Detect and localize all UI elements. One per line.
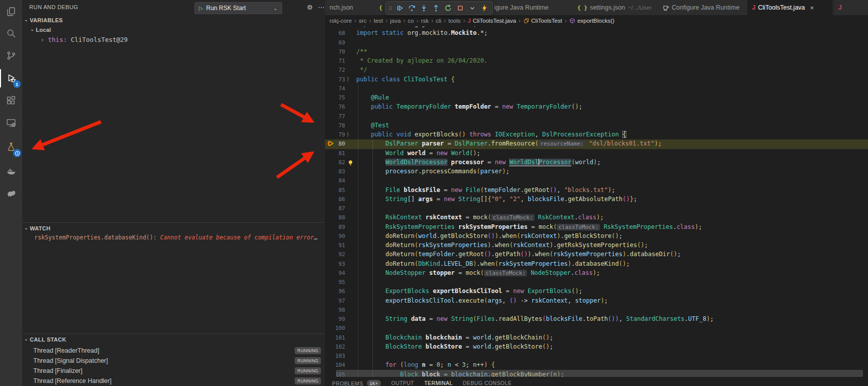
code-line-73[interactable]: 73)public class CliToolsTest { xyxy=(325,75,868,84)
breadcrumb-rsk[interactable]: rsk xyxy=(421,18,428,24)
code-line-87[interactable]: 87 xyxy=(325,204,868,213)
activity-gradle-icon[interactable] xyxy=(0,185,22,201)
line-number[interactable]: 97 xyxy=(332,298,345,304)
code-editor[interactable]: 67import static org.junit.Assert.*;68imp… xyxy=(325,26,868,377)
activity-source-control-icon[interactable] xyxy=(0,48,22,63)
code-line-102[interactable]: 102 BlockStore blockStore = world.getBlo… xyxy=(325,343,868,352)
line-number[interactable]: 91 xyxy=(332,242,345,249)
activity-search-icon[interactable] xyxy=(0,26,22,41)
line-number[interactable]: 85 xyxy=(332,187,345,194)
editor-tab-clitoolstest-java[interactable]: JCliToolsTest.java× xyxy=(747,0,832,15)
line-number[interactable]: 79 xyxy=(332,131,345,138)
editor-tab-settings-json[interactable]: { }settings.json~/.../User xyxy=(573,0,658,15)
line-number[interactable]: 96 xyxy=(332,288,345,295)
ellipsis-icon[interactable]: ⋯ xyxy=(318,4,324,11)
call-stack-thread-row[interactable]: Thread [Signal Dispatcher]RUNNING xyxy=(22,356,325,366)
line-number[interactable]: 104 xyxy=(332,362,345,368)
activity-extensions-icon[interactable] xyxy=(0,93,22,108)
panel-tab-problems[interactable]: PROBLEMS1K+ xyxy=(332,380,381,386)
line-number[interactable]: 94 xyxy=(332,270,345,276)
code-line-81[interactable]: 81 World world = new World(); xyxy=(325,149,868,158)
lightbulb-icon[interactable] xyxy=(347,159,354,166)
activity-remote-explorer-icon[interactable] xyxy=(0,115,22,130)
line-number[interactable]: 88 xyxy=(332,214,345,221)
code-line-94[interactable]: 94 NodeStopper stopper = mock(classToMoc… xyxy=(325,269,868,278)
line-number[interactable]: 75 xyxy=(332,94,345,101)
code-line-101[interactable]: 101 Blockchain blockchain = world.getBlo… xyxy=(325,333,868,343)
toolbar-stop-icon[interactable] xyxy=(454,2,466,14)
line-number[interactable]: 95 xyxy=(332,279,345,285)
editor-tab-nch-json[interactable]: nch.json xyxy=(325,0,375,15)
line-number[interactable]: 90 xyxy=(332,233,345,239)
code-line-72[interactable]: 72 */ xyxy=(325,66,868,75)
call-stack-thread-row[interactable]: Thread [Reference Handler]RUNNING xyxy=(22,376,325,386)
code-line-104[interactable]: 104 for (long n = 0; n < 3; n++) { xyxy=(325,361,868,370)
line-number[interactable]: 77 xyxy=(332,113,345,120)
code-line-79[interactable]: 79) public void exportBlocks() throws IO… xyxy=(325,130,868,139)
code-line-89[interactable]: 89 RskSystemProperties rskSystemProperti… xyxy=(325,223,868,232)
code-line-103[interactable]: 103 xyxy=(325,352,868,361)
code-line-92[interactable]: 92 doReturn(tempFolder.getRoot().getPath… xyxy=(325,250,868,259)
code-line-80[interactable]: 80 DslParser parser = DslParser.fromReso… xyxy=(325,139,868,149)
line-number[interactable]: 71 xyxy=(332,58,345,64)
toolbar-continue-icon[interactable] xyxy=(394,2,406,14)
code-line-100[interactable]: 100 xyxy=(325,324,868,333)
code-line-85[interactable]: 85 File blocksFile = new File(tempFolder… xyxy=(325,186,868,195)
line-number[interactable]: 81 xyxy=(332,150,345,157)
code-line-84[interactable]: 84 xyxy=(325,176,868,185)
line-number[interactable]: 76 xyxy=(332,104,345,110)
breadcrumb-symbol-CliToolsTest[interactable]: CliToolsTest xyxy=(523,18,562,24)
line-number[interactable]: 92 xyxy=(332,251,345,258)
line-number[interactable]: 68 xyxy=(332,30,345,36)
variable-row-this[interactable]: › this: CliToolsTest@29 xyxy=(40,36,128,43)
toolbar-step-out-icon[interactable] xyxy=(430,2,442,14)
watch-section-header[interactable]: ⌄ WATCH xyxy=(22,225,325,234)
line-number[interactable]: 89 xyxy=(332,224,345,230)
code-line-78[interactable]: 78 @Test xyxy=(325,121,868,130)
code-line-96[interactable]: 96 ExportBlocks exportBlocksCliTool = ne… xyxy=(325,287,868,296)
line-number[interactable]: 69 xyxy=(332,39,345,46)
toolbar-hot-code-replace-icon[interactable] xyxy=(478,2,491,14)
code-line-97[interactable]: 97 exportBlocksCliTool.execute(args, () … xyxy=(325,297,868,306)
code-line-70[interactable]: 70/** xyxy=(325,47,868,57)
breadcrumb-test[interactable]: test xyxy=(373,18,383,24)
variables-section-header[interactable]: ⌄ VARIABLES xyxy=(22,17,325,26)
activity-run-debug-icon[interactable]: 1 xyxy=(0,71,22,86)
line-number[interactable]: 67 xyxy=(332,26,345,27)
code-line-83[interactable]: 83 processor.processCommands(parser); xyxy=(325,167,868,176)
line-number[interactable]: 80 xyxy=(332,140,345,147)
watch-expression-row[interactable]: rskSystemProperties.databaseKind(): Cann… xyxy=(34,234,320,241)
code-line-88[interactable]: 88 RskContext rskContext = mock(classToM… xyxy=(325,213,868,222)
run-config-dropdown[interactable]: ▷ Run RSK Start ⌄ xyxy=(194,2,282,14)
line-number[interactable]: 98 xyxy=(332,307,345,313)
activity-docker-icon[interactable] xyxy=(0,164,22,179)
breadcrumb-src[interactable]: src xyxy=(359,18,366,24)
panel-tab-output[interactable]: OUTPUT xyxy=(391,380,414,386)
editor-tab-configure-java-runtime[interactable]: Configure Java Runtime xyxy=(658,0,748,15)
line-number[interactable]: 101 xyxy=(332,334,345,341)
toolbar-restart-icon[interactable] xyxy=(442,2,454,14)
breadcrumb-symbol-exportBlocks[interactable]: exportBlocks() xyxy=(569,18,615,24)
editor-tab-partial-6[interactable]: J xyxy=(834,0,868,15)
code-line-82[interactable]: 82 WorldDslProcessor processor = new Wor… xyxy=(325,158,868,167)
line-number[interactable]: 84 xyxy=(332,177,345,184)
toolbar-step-over-icon[interactable] xyxy=(406,2,418,14)
call-stack-thread-row[interactable]: Thread [ReaderThread]RUNNING xyxy=(22,346,325,356)
code-line-71[interactable]: 71 * Created by ajlopez on 26/04/2020. xyxy=(325,57,868,66)
code-line-69[interactable]: 69 xyxy=(325,38,868,47)
line-number[interactable]: 72 xyxy=(332,67,345,73)
variables-scope-local[interactable]: ⌄ Local xyxy=(28,26,325,35)
line-number[interactable]: 87 xyxy=(332,205,345,212)
fold-chevron-icon[interactable]: ) xyxy=(346,131,350,137)
code-line-99[interactable]: 99 String data = new String(Files.readAl… xyxy=(325,315,868,324)
gear-icon[interactable]: ⚙ xyxy=(307,4,313,11)
code-line-95[interactable]: 95 xyxy=(325,278,868,287)
line-number[interactable]: 102 xyxy=(332,344,345,350)
call-stack-section-header[interactable]: ⌄ CALL STACK xyxy=(22,336,325,345)
breadcrumb-co[interactable]: co xyxy=(408,18,414,24)
line-number[interactable]: 78 xyxy=(332,122,345,129)
close-icon[interactable]: × xyxy=(810,4,814,12)
line-number[interactable]: 74 xyxy=(332,85,345,92)
code-line-86[interactable]: 86 String[] args = new String[]{"0", "2"… xyxy=(325,195,868,204)
activity-test-flask-icon[interactable] xyxy=(0,139,22,155)
